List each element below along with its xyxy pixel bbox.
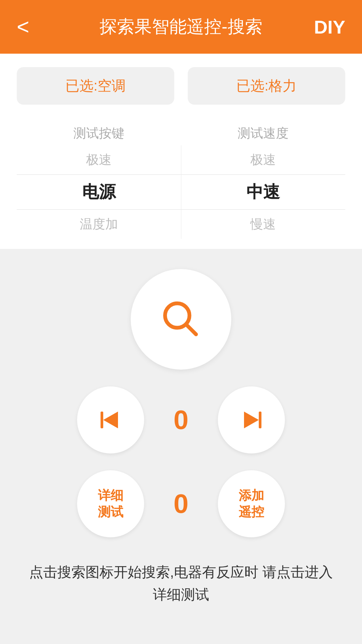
control-area: 0 详细 测试 0 添加 遥控 点击搜索图标开始搜索,电器有反应时 请点击进入详… bbox=[0, 249, 362, 633]
svg-rect-2 bbox=[101, 412, 103, 428]
prev-button[interactable] bbox=[77, 386, 144, 453]
svg-marker-5 bbox=[244, 412, 259, 428]
search-icon bbox=[158, 296, 204, 343]
speed-picker-col: 极速 中速 慢速 bbox=[181, 145, 346, 239]
picker-container: 极速 电源 温度加 极速 中速 慢速 bbox=[17, 145, 345, 239]
nav-controls-row: 0 bbox=[17, 386, 345, 453]
add-remote-label-2: 遥控 bbox=[239, 504, 264, 520]
key-picker-col: 极速 电源 温度加 bbox=[17, 145, 181, 239]
page-title: 探索果智能遥控-搜索 bbox=[100, 15, 262, 39]
back-button[interactable]: < bbox=[17, 16, 29, 38]
add-remote-button[interactable]: 添加 遥控 bbox=[218, 470, 285, 537]
svg-marker-3 bbox=[103, 412, 118, 428]
test-key-label: 测试按键 bbox=[73, 125, 124, 142]
brand-selector-button[interactable]: 已选:格力 bbox=[188, 67, 345, 105]
add-remote-label-1: 添加 bbox=[239, 487, 264, 504]
device-selector-button[interactable]: 已选:空调 bbox=[17, 67, 174, 105]
detail-test-label-1: 详细 bbox=[98, 487, 123, 504]
skip-forward-icon bbox=[238, 407, 265, 433]
speed-below-item[interactable]: 慢速 bbox=[181, 210, 346, 239]
next-button[interactable] bbox=[218, 386, 285, 453]
svg-rect-4 bbox=[259, 412, 261, 428]
instruction-text: 点击搜索图标开始搜索,电器有反应时 请点击进入详细测试 bbox=[17, 554, 345, 612]
test-section: 测试按键 测试速度 极速 电源 温度加 极速 中速 慢速 bbox=[0, 121, 362, 249]
test-speed-label: 测试速度 bbox=[238, 125, 289, 142]
selector-section: 已选:空调 已选:格力 bbox=[0, 54, 362, 121]
header: < 探索果智能遥控-搜索 DIY bbox=[0, 0, 362, 54]
key-selected-item[interactable]: 电源 bbox=[17, 175, 181, 209]
svg-line-1 bbox=[186, 324, 196, 334]
test-labels-row: 测试按键 测试速度 bbox=[17, 125, 345, 142]
speed-selected-item[interactable]: 中速 bbox=[181, 175, 346, 209]
search-button[interactable] bbox=[131, 269, 231, 370]
diy-button[interactable]: DIY bbox=[314, 16, 345, 38]
search-counter-2: 0 bbox=[164, 488, 198, 519]
detail-test-button[interactable]: 详细 测试 bbox=[77, 470, 144, 537]
speed-above-item[interactable]: 极速 bbox=[181, 145, 346, 174]
skip-back-icon bbox=[97, 407, 124, 433]
search-counter-1: 0 bbox=[164, 405, 198, 435]
selector-row: 已选:空调 已选:格力 bbox=[17, 67, 345, 105]
key-below-item[interactable]: 温度加 bbox=[17, 210, 181, 239]
action-controls-row: 详细 测试 0 添加 遥控 bbox=[17, 470, 345, 537]
key-above-item[interactable]: 极速 bbox=[17, 145, 181, 174]
detail-test-label-2: 测试 bbox=[98, 504, 123, 520]
